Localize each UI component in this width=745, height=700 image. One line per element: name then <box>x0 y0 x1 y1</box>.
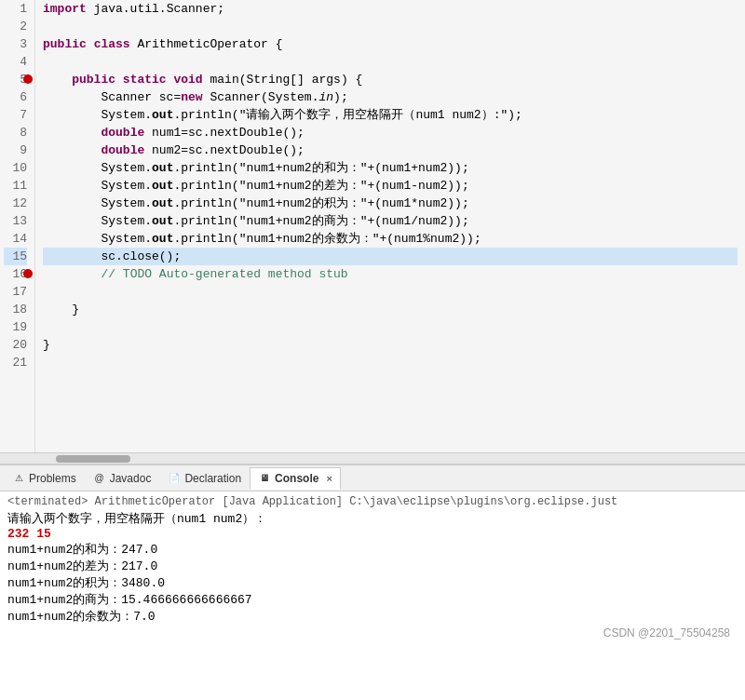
declaration-tab-label: Declaration <box>184 472 241 485</box>
declaration-tab-icon: 📄 <box>168 472 181 485</box>
line-number-1: 1 <box>4 0 27 18</box>
tabs-bar: ⚠Problems@Javadoc📄Declaration🖥Console× <box>0 465 745 491</box>
line-number-3: 3 <box>4 35 27 53</box>
line-number-5: 5 <box>4 71 27 88</box>
code-line-6: Scanner sc=new Scanner(System.in); <box>43 88 738 106</box>
code-line-9: double num2=sc.nextDouble(); <box>43 141 738 159</box>
line-number-20: 20 <box>4 336 27 354</box>
line-number-16: 16 <box>4 265 27 283</box>
console-tab-close[interactable]: × <box>326 473 332 484</box>
code-line-4 <box>43 53 738 71</box>
console-output-line-4: num1+num2的商为：15.466666666666667 <box>7 591 738 608</box>
code-line-1: import java.util.Scanner; <box>43 0 738 18</box>
scrollbar-thumb[interactable] <box>56 455 130 463</box>
tab-javadoc[interactable]: @Javadoc <box>85 467 160 490</box>
line-number-8: 8 <box>4 124 27 141</box>
code-line-8: double num1=sc.nextDouble(); <box>43 124 738 141</box>
line-number-10: 10 <box>4 159 27 177</box>
line-number-11: 11 <box>4 177 27 195</box>
console-tab-icon: 🖥 <box>258 472 271 485</box>
line-number-18: 18 <box>4 301 27 318</box>
code-line-5: public static void main(String[] args) { <box>43 71 738 88</box>
code-line-3: public class ArithmeticOperator { <box>43 35 738 53</box>
problems-tab-icon: ⚠ <box>12 472 25 485</box>
code-line-16: // TODO Auto-generated method stub <box>43 265 738 283</box>
line-number-17: 17 <box>4 283 27 301</box>
code-line-10: System.out.println("num1+num2的和为："+(num1… <box>43 159 738 177</box>
code-line-7: System.out.println("请输入两个数字，用空格隔开（num1 n… <box>43 106 738 124</box>
console-output-line-5: num1+num2的余数为：7.0 <box>7 608 738 625</box>
line-number-15: 15 <box>4 248 27 265</box>
tab-problems[interactable]: ⚠Problems <box>4 467 85 490</box>
console-user-input: 232 15 <box>7 527 738 541</box>
javadoc-tab-label: Javadoc <box>110 472 152 485</box>
code-line-19 <box>43 318 738 336</box>
line-number-7: 7 <box>4 106 27 124</box>
javadoc-tab-icon: @ <box>93 472 106 485</box>
code-container: 123456789101112131415161718192021 import… <box>0 0 745 452</box>
code-line-12: System.out.println("num1+num2的积为："+(num1… <box>43 195 738 212</box>
line-number-4: 4 <box>4 53 27 71</box>
line-number-6: 6 <box>4 88 27 106</box>
line-number-2: 2 <box>4 18 27 35</box>
console-output-line-1: num1+num2的和为：247.0 <box>7 541 738 558</box>
bottom-panel: ⚠Problems@Javadoc📄Declaration🖥Console× <… <box>0 464 745 700</box>
line-number-19: 19 <box>4 318 27 336</box>
code-line-14: System.out.println("num1+num2的余数为："+(num… <box>43 230 738 248</box>
console-output-line-2: num1+num2的差为：217.0 <box>7 558 738 574</box>
code-line-15: sc.close(); <box>43 248 738 265</box>
console-output-line-3: num1+num2的积为：3480.0 <box>7 574 738 591</box>
code-line-18: } <box>43 301 738 318</box>
code-line-2 <box>43 18 738 35</box>
code-line-17 <box>43 283 738 301</box>
line-number-14: 14 <box>4 230 27 248</box>
console-prompt: 请输入两个数字，用空格隔开（num1 num2）： <box>7 510 738 527</box>
line-numbers: 123456789101112131415161718192021 <box>0 0 35 452</box>
problems-tab-label: Problems <box>29 472 76 485</box>
tab-console[interactable]: 🖥Console× <box>250 467 341 490</box>
editor-area: 123456789101112131415161718192021 import… <box>0 0 745 464</box>
code-lines[interactable]: import java.util.Scanner; public class A… <box>35 0 745 452</box>
code-line-11: System.out.println("num1+num2的差为："+(num1… <box>43 177 738 195</box>
line-number-21: 21 <box>4 354 27 371</box>
code-line-21 <box>43 354 738 371</box>
console-tab-label: Console <box>275 472 318 485</box>
line-number-12: 12 <box>4 195 27 212</box>
watermark: CSDN @2201_75504258 <box>7 625 738 641</box>
code-line-20: } <box>43 336 738 354</box>
line-number-9: 9 <box>4 141 27 159</box>
console-header: <terminated> ArithmeticOperator [Java Ap… <box>7 495 738 508</box>
editor-scrollbar[interactable] <box>0 452 745 464</box>
console-content: <terminated> ArithmeticOperator [Java Ap… <box>0 491 745 700</box>
tab-declaration[interactable]: 📄Declaration <box>159 467 250 490</box>
line-number-13: 13 <box>4 212 27 230</box>
code-line-13: System.out.println("num1+num2的商为："+(num1… <box>43 212 738 230</box>
